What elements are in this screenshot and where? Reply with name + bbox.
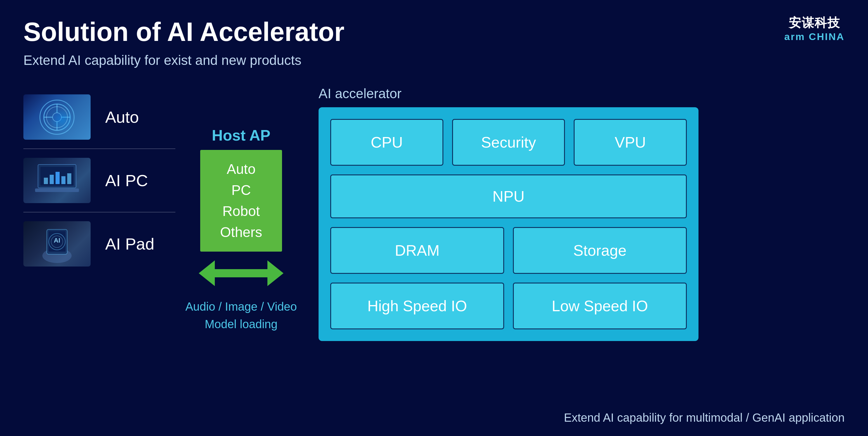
acc-row-4: High Speed IO Low Speed IO xyxy=(330,283,687,329)
host-ap-item-robot: Robot xyxy=(206,201,276,222)
product-item-aipad: AI AI Pad xyxy=(23,213,175,275)
auto-circles xyxy=(39,100,74,135)
products-panel: Auto xyxy=(23,86,175,275)
footer-caption: Extend AI capability for multimodal / Ge… xyxy=(564,411,845,424)
product-name-aipc: AI PC xyxy=(105,171,148,190)
host-ap-item-pc: PC xyxy=(206,180,276,201)
product-image-aipc xyxy=(23,158,91,203)
logo-area: 安谋科技 arm CHINA xyxy=(784,14,845,42)
svg-rect-11 xyxy=(61,176,65,184)
acc-cell-npu: NPU xyxy=(330,175,687,218)
acc-row-1: CPU Security VPU xyxy=(330,119,687,166)
laptop-icon xyxy=(32,162,82,199)
arrow-body xyxy=(215,269,268,277)
svg-rect-8 xyxy=(44,178,48,184)
acc-row-2: NPU xyxy=(330,175,687,218)
acc-cell-dram: DRAM xyxy=(330,227,504,274)
product-item-auto: Auto xyxy=(23,86,175,149)
arrow-left xyxy=(199,260,215,286)
header-subtitle: Extend AI capability for exist and new p… xyxy=(23,52,845,68)
acc-cell-security: Security xyxy=(452,119,565,166)
aipad-image-decoration: AI xyxy=(23,221,91,267)
main-content: Auto xyxy=(23,86,845,341)
tablet-icon: AI xyxy=(35,223,79,264)
auto-image-decoration xyxy=(23,94,91,140)
acc-cell-low-speed-io: Low Speed IO xyxy=(513,283,687,329)
svg-rect-9 xyxy=(50,175,54,184)
product-image-auto xyxy=(23,94,91,140)
host-ap-item-others: Others xyxy=(206,222,276,243)
accelerator-section-label: AI accelerator xyxy=(318,86,402,101)
accelerator-box: CPU Security VPU NPU xyxy=(318,107,699,341)
logo-en: arm CHINA xyxy=(784,31,845,42)
acc-row-3: DRAM Storage xyxy=(330,227,687,274)
middle-area: Host AP Auto PC Robot Others Audio xyxy=(175,86,307,333)
slide: 安谋科技 arm CHINA Solution of AI Accelerato… xyxy=(0,0,868,436)
host-ap-box: Auto PC Robot Others xyxy=(200,150,282,252)
product-name-auto: Auto xyxy=(105,107,139,127)
arrow-area xyxy=(199,260,283,286)
arrow-right xyxy=(268,260,283,286)
svg-text:AI: AI xyxy=(54,237,60,244)
acc-cell-storage: Storage xyxy=(513,227,687,274)
product-image-aipad: AI xyxy=(23,221,91,267)
svg-rect-12 xyxy=(67,173,71,184)
acc-cell-high-speed-io: High Speed IO xyxy=(330,283,504,329)
accelerator-area: AI accelerator CPU Security VPU xyxy=(307,86,845,341)
product-item-aipc: AI PC xyxy=(23,149,175,213)
aipc-image-decoration xyxy=(23,158,91,203)
host-ap-label: Host AP xyxy=(212,127,270,144)
svg-rect-10 xyxy=(56,172,60,184)
logo-cn: 安谋科技 xyxy=(784,14,845,31)
acc-cell-vpu: VPU xyxy=(574,119,687,166)
acc-cell-cpu: CPU xyxy=(330,119,443,166)
product-name-aipad: AI Pad xyxy=(105,235,154,253)
svg-rect-13 xyxy=(35,188,79,192)
host-ap-item-auto: Auto xyxy=(206,159,276,180)
double-arrow-icon xyxy=(199,260,283,286)
audio-label: Audio / Image / Video Model loading xyxy=(185,298,297,333)
page-title: Solution of AI Accelerator xyxy=(23,18,845,46)
